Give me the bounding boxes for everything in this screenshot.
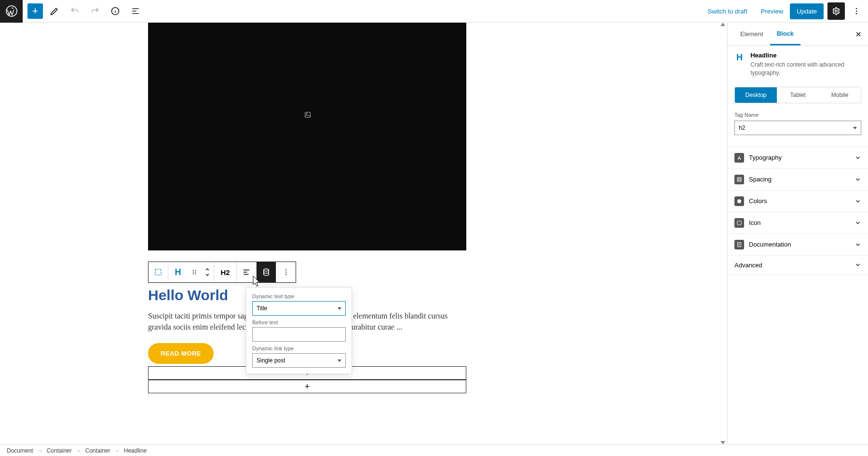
block-title: Headline (750, 52, 861, 59)
chevron-down-icon (854, 198, 861, 205)
chevron-down-icon (854, 220, 861, 226)
svg-point-15 (264, 269, 269, 271)
scrollbar[interactable] (719, 23, 727, 444)
svg-point-21 (737, 199, 741, 203)
edit-tool-icon[interactable] (46, 2, 63, 20)
close-sidebar-icon[interactable] (853, 28, 864, 40)
more-options-icon[interactable] (276, 262, 296, 282)
svg-point-12 (195, 272, 196, 273)
svg-point-9 (193, 270, 194, 271)
svg-rect-20 (738, 179, 740, 180)
tag-name-label: Tag Name (734, 112, 861, 118)
device-tablet-button[interactable]: Tablet (777, 87, 819, 103)
add-block-button[interactable]: + (27, 3, 43, 19)
more-options-icon[interactable] (848, 2, 865, 20)
redo-icon[interactable] (86, 2, 104, 20)
dynamic-data-popover: Dynamic text type Title Before text Dyna… (246, 287, 352, 374)
info-icon[interactable] (107, 2, 124, 20)
svg-point-14 (195, 274, 196, 275)
svg-rect-19 (737, 178, 741, 181)
svg-point-11 (193, 272, 194, 273)
svg-point-10 (195, 270, 196, 271)
chevron-down-icon (854, 176, 861, 183)
breadcrumb: Document → Container → Container → Headl… (0, 444, 868, 456)
svg-point-7 (306, 113, 307, 114)
before-text-input[interactable] (252, 327, 346, 342)
chevron-down-icon (854, 262, 861, 268)
panel-spacing[interactable]: Spacing (728, 168, 868, 190)
svg-point-18 (285, 274, 286, 275)
svg-point-13 (193, 274, 194, 275)
before-text-label: Before text (252, 319, 346, 325)
documentation-icon (734, 240, 744, 249)
read-more-button[interactable]: READ MORE (148, 343, 214, 364)
breadcrumb-item[interactable]: Container (85, 447, 110, 454)
breadcrumb-item[interactable]: Document (7, 447, 33, 454)
block-type-icon[interactable]: H (168, 262, 188, 282)
svg-point-3 (856, 8, 857, 9)
svg-rect-8 (155, 269, 161, 275)
chevron-down-icon (854, 241, 861, 248)
block-description: Craft text-rich content with advanced ty… (750, 61, 861, 77)
panel-icon[interactable]: Icon (728, 212, 868, 234)
tag-name-field: Tag Name h2 (728, 107, 868, 140)
device-switcher: Desktop Tablet Mobile (734, 87, 861, 103)
switch-to-draft-button[interactable]: Switch to draft (701, 8, 754, 15)
dynamic-text-type-select[interactable]: Title (252, 301, 346, 316)
block-toolbar: H H2 (148, 262, 296, 283)
wordpress-logo[interactable] (0, 0, 23, 23)
cursor-pointer-icon (251, 275, 260, 288)
svg-rect-6 (305, 112, 311, 118)
hero-image-placeholder[interactable] (148, 23, 466, 250)
tab-element[interactable]: Element (733, 24, 770, 44)
icon-panel-icon (734, 218, 744, 228)
block-header: H Headline Craft text-rich content with … (728, 46, 868, 83)
dynamic-text-type-label: Dynamic text type (252, 293, 346, 299)
spacing-icon (734, 175, 744, 184)
sidebar-tabs: Element Block (728, 23, 868, 46)
device-desktop-button[interactable]: Desktop (735, 87, 777, 103)
select-parent-icon[interactable] (149, 262, 168, 282)
svg-point-2 (835, 10, 838, 13)
update-button[interactable]: Update (790, 3, 824, 19)
settings-sidebar: Element Block H Headline Craft text-rich… (727, 23, 868, 444)
headline-block-icon: H (734, 52, 745, 63)
tab-block[interactable]: Block (770, 23, 800, 45)
svg-point-16 (285, 269, 286, 270)
breadcrumb-separator-icon: → (114, 447, 120, 454)
typography-icon (734, 153, 744, 163)
chevron-down-icon (854, 154, 861, 161)
breadcrumb-item[interactable]: Container (47, 447, 72, 454)
top-toolbar: + Switch to draft Preview Update (0, 0, 868, 23)
add-block-appender[interactable]: + (148, 380, 466, 393)
breadcrumb-separator-icon: → (37, 447, 43, 454)
dynamic-link-type-select[interactable]: Single post (252, 353, 346, 368)
svg-point-4 (856, 11, 857, 12)
panel-advanced[interactable]: Advanced (728, 255, 868, 275)
svg-point-17 (285, 272, 286, 273)
panel-colors[interactable]: Colors (728, 190, 868, 212)
image-icon (304, 111, 311, 118)
outline-icon[interactable] (127, 2, 144, 20)
settings-gear-icon[interactable] (827, 2, 845, 20)
heading-level-button[interactable]: H2 (214, 262, 236, 282)
undo-icon[interactable] (66, 2, 83, 20)
breadcrumb-item[interactable]: Headline (124, 447, 147, 454)
panel-documentation[interactable]: Documentation (728, 234, 868, 255)
preview-button[interactable]: Preview (754, 8, 790, 15)
panel-typography[interactable]: Typography (728, 147, 868, 168)
scroll-up-icon[interactable] (720, 23, 725, 26)
svg-rect-22 (737, 221, 741, 225)
breadcrumb-separator-icon: → (76, 447, 81, 454)
svg-point-5 (856, 13, 857, 14)
move-updown-icon[interactable] (201, 262, 214, 282)
tag-name-select[interactable]: h2 (734, 121, 861, 135)
scroll-down-icon[interactable] (720, 441, 725, 444)
colors-icon (734, 196, 744, 206)
device-mobile-button[interactable]: Mobile (819, 87, 861, 103)
drag-handle-icon[interactable] (188, 262, 201, 282)
dynamic-link-type-label: Dynamic link type (252, 345, 346, 351)
editor-canvas: Hello World Suscipit taciti primis tempo… (0, 23, 727, 444)
